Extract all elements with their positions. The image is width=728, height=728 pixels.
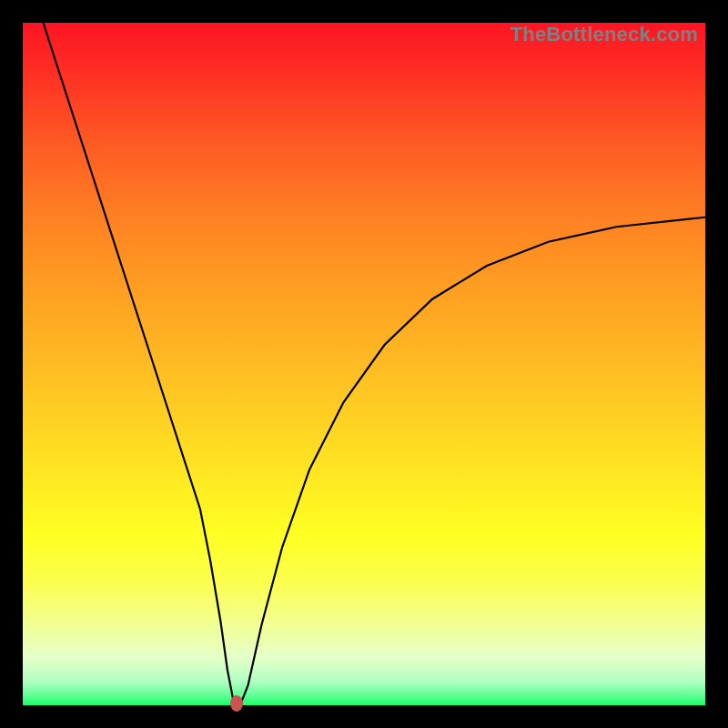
optimum-marker	[230, 695, 243, 712]
plot-area: TheBottleneck.com	[23, 23, 705, 705]
curve-svg	[23, 23, 705, 705]
frame: TheBottleneck.com	[0, 0, 728, 728]
bottleneck-curve	[44, 23, 706, 703]
